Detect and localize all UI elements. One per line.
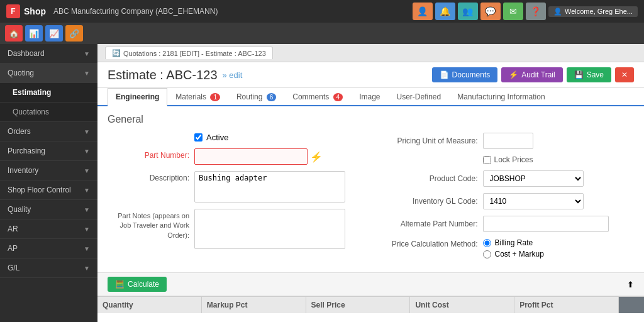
form-grid: Active Part Number: ABC-123 ⚡ Descriptio… [108,133,634,265]
sidebar-item-orders[interactable]: Orders ▼ [0,122,97,142]
sidebar-item-shopfloor[interactable]: Shop Floor Control ▼ [0,180,97,200]
chevron-icon: ▼ [84,50,90,57]
sidebar-item-dashboard[interactable]: Dashboard ▼ [0,44,97,64]
calculate-button[interactable]: 🧮 Calculate [108,277,167,292]
user-label: Welcome, Greg Ehe... [565,8,633,15]
logo-icon: F [6,4,20,18]
active-row: Active [194,133,365,142]
part-number-row: Part Number: ABC-123 ⚡ [108,148,365,165]
sidebar-item-inventory[interactable]: Inventory ▼ [0,161,97,180]
page-header: Estimate : ABC-123 » edit 📄 Documents ⚡ … [97,62,644,88]
breadcrumb-tab[interactable]: 🔄 Quotations : 2181 [EDIT] - Estimate : … [105,47,273,59]
documents-button[interactable]: 📄 Documents [432,67,498,82]
billing-rate-radio[interactable] [483,239,491,247]
pricing-uom-row: Pricing Unit of Measure: EA [377,133,635,149]
main-layout: Dashboard ▼ Quoting ▼ Estimating Quotati… [0,44,644,322]
breadcrumb-label: Quotations : 2181 [EDIT] - Estimate : AB… [123,50,266,57]
price-calc-label: Price Calculation Method: [377,238,478,248]
calc-icon: 🧮 [115,280,125,289]
routing-badge: 6 [267,93,277,101]
second-nav: 🏠 📊 📈 🔗 [0,23,644,44]
sidebar: Dashboard ▼ Quoting ▼ Estimating Quotati… [0,44,97,322]
chevron-icon: ▼ [84,226,90,233]
close-button[interactable]: ✕ [615,67,634,82]
top-nav-right: 👤 🔔 👥 💬 ✉ ❓ 👤 Welcome, Greg Ehe... [413,3,638,20]
breadcrumb-icon: 🔄 [112,49,121,57]
form-left: Active Part Number: ABC-123 ⚡ Descriptio… [108,133,365,265]
page-title: Estimate : ABC-123 » edit [108,68,242,82]
sidebar-item-quality[interactable]: Quality ▼ [0,200,97,219]
page-title-text: Estimate : ABC-123 [108,68,218,82]
price-calc-group: Billing Rate Cost + Markup [483,238,544,258]
upload-icon[interactable]: ⬆ [627,280,634,289]
tabs-bar: Engineering Materials 1 Routing 6 Commen… [97,88,644,106]
tab-engineering[interactable]: Engineering [108,88,167,106]
alt-part-input[interactable] [483,216,609,232]
avatar-icon: 👤 [553,8,562,16]
part-notes-input[interactable] [194,209,345,249]
nav-bell-icon[interactable]: 🔔 [435,3,455,20]
billing-rate-label: Billing Rate [495,238,533,247]
description-input[interactable]: Bushing adapter [194,171,345,203]
nav-help-icon[interactable]: ❓ [526,3,546,20]
pricing-uom-input[interactable]: EA [483,133,533,149]
nav-graph-btn[interactable]: 📈 [45,25,63,42]
breadcrumb-bar: 🔄 Quotations : 2181 [EDIT] - Estimate : … [97,44,644,62]
chevron-icon: ▼ [84,187,90,194]
alt-part-label: Alternate Part Number: [377,219,478,228]
lock-prices-wrapper: Lock Prices [483,155,533,164]
nav-chat-icon[interactable]: 💬 [480,3,501,20]
part-notes-label: Part Notes (appears on Job Traveler and … [108,209,189,240]
tab-user-defined-label: User-Defined [397,92,441,101]
tab-routing[interactable]: Routing 6 [228,88,284,106]
sidebar-item-ar[interactable]: AR ▼ [0,219,97,239]
nav-share-btn[interactable]: 🔗 [65,25,83,42]
tab-image[interactable]: Image [351,88,388,106]
app-name: Shop [24,6,46,16]
sidebar-ar-label: AR [8,225,18,233]
top-nav: F Shop ABC Manufacturing Company (ABC_EH… [0,0,644,23]
nav-mail-icon[interactable]: ✉ [503,3,523,20]
chevron-icon: ▼ [84,245,90,252]
chevron-icon: ▼ [84,265,90,272]
audit-trail-button[interactable]: ⚡ Audit Trail [501,67,562,82]
audit-label: Audit Trail [521,70,555,79]
sidebar-item-quoting[interactable]: Quoting ▼ [0,64,97,83]
sidebar-quoting-label: Quoting [8,69,34,77]
tab-manufacturing-info[interactable]: Manufacturing Information [449,88,553,106]
price-calc-row: Price Calculation Method: Billing Rate C… [377,238,635,258]
billing-rate-radio-item: Billing Rate [483,238,544,247]
nav-home-btn[interactable]: 🏠 [5,25,23,42]
inventory-gl-select[interactable]: 1410 [483,193,584,209]
save-button[interactable]: 💾 Save [567,67,611,82]
cost-markup-radio[interactable] [483,250,491,258]
active-checkbox[interactable] [194,133,203,142]
inventory-gl-label: Inventory GL Code: [377,197,478,206]
tab-materials[interactable]: Materials 1 [167,88,228,106]
sidebar-item-purchasing[interactable]: Purchasing ▼ [0,142,97,161]
nav-chart-btn[interactable]: 📊 [25,25,43,42]
tab-user-defined[interactable]: User-Defined [389,88,450,106]
sidebar-item-ap[interactable]: AP ▼ [0,239,97,258]
inventory-gl-row: Inventory GL Code: 1410 [377,193,635,209]
cost-markup-label: Cost + Markup [495,250,544,258]
close-icon: ✕ [621,70,628,79]
sidebar-item-estimating[interactable]: Estimating [0,83,97,103]
description-row: Description: Bushing adapter [108,171,365,203]
nav-user-icon[interactable]: 👤 [413,3,433,20]
sidebar-item-gl[interactable]: G/L ▼ [0,258,97,278]
edit-link[interactable]: » edit [223,70,243,80]
cost-markup-radio-item: Cost + Markup [483,250,544,258]
lock-prices-checkbox[interactable] [483,156,491,164]
product-code-select[interactable]: JOBSHOP [483,170,584,187]
app-logo: F Shop [6,4,46,18]
chevron-icon: ▼ [84,148,90,155]
part-number-input[interactable]: ABC-123 [194,148,308,165]
tab-comments[interactable]: Comments 4 [284,88,351,106]
pricing-uom-label: Pricing Unit of Measure: [377,136,478,145]
sidebar-estimating-label: Estimating [13,88,51,97]
part-number-input-wrapper: ABC-123 ⚡ [194,148,323,165]
sidebar-item-quotations[interactable]: Quotations [0,103,97,122]
col-action [619,297,644,313]
nav-users-icon[interactable]: 👥 [458,3,478,20]
